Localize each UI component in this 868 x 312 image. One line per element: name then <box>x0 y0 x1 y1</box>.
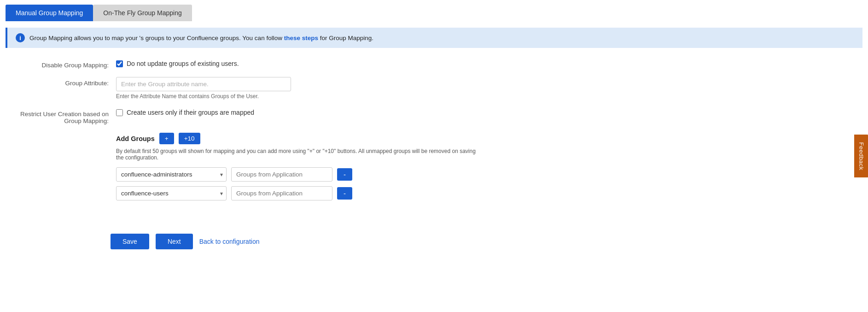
add-groups-row: Add Groups + +10 By default first 50 gro… <box>6 133 862 205</box>
restrict-user-creation-label: Restrict User Creation based on Group Ma… <box>6 108 116 124</box>
back-to-configuration-link[interactable]: Back to configuration <box>199 238 260 245</box>
group-select-2[interactable]: confluence-administrators confluence-use… <box>116 186 227 200</box>
group-attribute-row: Group Attribute: Enter the Attribute Nam… <box>6 77 862 100</box>
info-banner: i Group Mapping allows you to map your '… <box>6 28 862 48</box>
add-ten-button[interactable]: +10 <box>179 133 200 144</box>
mapping-row-2: confluence-administrators confluence-use… <box>116 186 862 200</box>
group-select-1[interactable]: confluence-administrators confluence-use… <box>116 167 227 182</box>
restrict-user-creation-control: Create users only if their groups are ma… <box>116 108 862 116</box>
group-select-wrap-2: confluence-administrators confluence-use… <box>116 186 227 200</box>
app-groups-input-1[interactable] <box>231 167 332 182</box>
add-groups-control: Add Groups + +10 By default first 50 gro… <box>116 133 862 205</box>
restrict-user-creation-checkbox-label: Create users only if their groups are ma… <box>127 109 254 116</box>
add-groups-header: Add Groups + +10 <box>116 133 862 144</box>
info-banner-text: Group Mapping allows you to map your 's … <box>29 35 373 41</box>
tabs-bar: Manual Group Mapping On-The Fly Group Ma… <box>0 0 868 21</box>
add-groups-hint: By default first 50 groups will shown fo… <box>116 148 484 161</box>
disable-group-mapping-label: Disable Group Mapping: <box>6 59 116 69</box>
disable-group-mapping-control: Do not update groups of existing users. <box>116 59 862 67</box>
mapping-row-1: confluence-administrators confluence-use… <box>116 167 862 182</box>
form-area: Disable Group Mapping: Do not update gro… <box>0 54 868 223</box>
group-attribute-hint: Enter the Attribute Name that contains G… <box>116 93 862 100</box>
next-button[interactable]: Next <box>156 234 193 249</box>
group-attribute-input[interactable] <box>116 77 291 91</box>
restrict-user-creation-checkbox-row[interactable]: Create users only if their groups are ma… <box>116 109 862 116</box>
bottom-actions: Save Next Back to configuration <box>111 234 868 249</box>
add-groups-empty-label <box>6 133 116 135</box>
remove-mapping-2-button[interactable]: - <box>337 187 352 200</box>
disable-group-mapping-checkbox-row[interactable]: Do not update groups of existing users. <box>116 60 862 67</box>
group-attribute-label: Group Attribute: <box>6 77 116 87</box>
restrict-user-creation-row: Restrict User Creation based on Group Ma… <box>6 108 862 124</box>
save-button[interactable]: Save <box>111 234 149 249</box>
restrict-user-creation-checkbox[interactable] <box>116 109 123 116</box>
group-select-wrap-1: confluence-administrators confluence-use… <box>116 167 227 182</box>
tab-onthefly-group-mapping[interactable]: On-The Fly Group Mapping <box>93 5 192 21</box>
info-banner-link[interactable]: these steps <box>284 35 318 41</box>
app-groups-input-2[interactable] <box>231 186 332 200</box>
feedback-tab[interactable]: Feedback <box>854 135 868 177</box>
add-one-button[interactable]: + <box>159 133 174 144</box>
add-groups-title: Add Groups <box>116 135 155 142</box>
disable-group-mapping-checkbox[interactable] <box>116 60 123 67</box>
disable-group-mapping-row: Disable Group Mapping: Do not update gro… <box>6 59 862 69</box>
tab-manual-group-mapping[interactable]: Manual Group Mapping <box>6 5 93 21</box>
group-attribute-control: Enter the Attribute Name that contains G… <box>116 77 862 100</box>
info-icon: i <box>16 33 25 42</box>
disable-group-mapping-checkbox-label: Do not update groups of existing users. <box>127 60 239 67</box>
remove-mapping-1-button[interactable]: - <box>337 168 352 181</box>
